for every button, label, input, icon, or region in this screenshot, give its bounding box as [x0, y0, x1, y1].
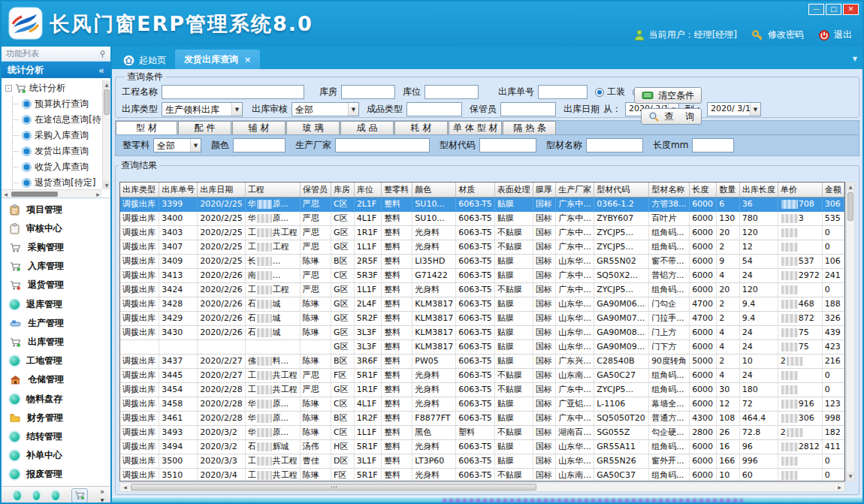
change-password-button[interactable]: 修改密码 — [751, 29, 804, 41]
table-row[interactable]: 调拨出库34452020/2/27工共工程严思F区5R1F整料光身料6063-T… — [120, 368, 844, 382]
statistics-module-button[interactable] — [71, 488, 88, 503]
tree-horizontal-scrollbar[interactable]: ◀ ▶ — [2, 189, 102, 198]
col-project[interactable]: 工程 — [245, 183, 300, 197]
audit-select[interactable]: 全部▼ — [292, 102, 359, 116]
sidebar-menu-item[interactable]: 仓储管理 — [2, 371, 110, 389]
table-row[interactable]: 调拨出库34092020/2/25长...陈琳B区2R5F整料LI35HD606… — [120, 254, 844, 268]
tab-list-dropdown-icon[interactable]: ▼ — [853, 56, 857, 62]
table-row[interactable]: 调拨出库34372020/2/27佛料...陈琳B区3R6F整料PW056063… — [120, 354, 844, 368]
sidebar-menu-item[interactable]: 结转管理 — [2, 427, 110, 445]
col-surface[interactable]: 表面处理 — [494, 183, 533, 197]
pin-icon[interactable] — [99, 50, 106, 59]
sidebar-menu-item[interactable]: 退货管理 — [2, 276, 110, 294]
table-row[interactable]: G区3L3F整料KLM38176063-T5贴膜国标山东华...GA90M09.… — [120, 340, 844, 354]
minimize-button[interactable]: — — [808, 4, 824, 15]
maximize-button[interactable]: □ — [826, 4, 841, 15]
sidebar-menu-item[interactable]: 报废管理 — [2, 466, 110, 484]
scroll-down-icon[interactable]: ▼ — [103, 181, 110, 189]
col-warehouse[interactable]: 库房 — [331, 183, 354, 197]
collapse-icon[interactable]: « — [98, 65, 104, 76]
col-film[interactable]: 膜厚 — [533, 183, 555, 197]
material-tab[interactable]: 型 材 — [116, 121, 177, 134]
table-row[interactable]: 调拨出库34132020/2/26南...严思C区5R3F整料G71422606… — [120, 268, 844, 282]
col-color[interactable]: 颜色 — [412, 183, 456, 197]
table-row[interactable]: 调拨出库34582020/2/28华原...陈琳C区4L1F整料光身料6063-… — [120, 397, 844, 411]
profile-name-input[interactable] — [586, 138, 643, 152]
tree-item[interactable]: 在途信息查询[待 — [2, 112, 110, 128]
col-out-date[interactable]: 出库日期 — [198, 183, 245, 197]
keeper-input[interactable] — [500, 102, 556, 116]
sidebar-menu-item[interactable]: 审核中心 — [2, 219, 110, 237]
table-row[interactable]: 调拨出库34932020/3/2华原...陈琳C区1L1F整料黑色塑料不贴膜国标… — [120, 425, 844, 439]
col-factory[interactable]: 生产厂家 — [556, 183, 594, 197]
scroll-right-icon[interactable]: ▶ — [94, 192, 102, 197]
tree-expander-icon[interactable]: - — [5, 85, 12, 92]
sidebar-menu-item[interactable]: 补单中心 — [2, 447, 110, 465]
col-name[interactable]: 型材名称 — [649, 183, 690, 197]
module-dot-icon[interactable] — [14, 491, 21, 500]
tab-shipment-outbound-query[interactable]: 发货出库查询 × — [175, 50, 260, 69]
date-to-picker[interactable]: 2020/ 3/16▼ — [707, 102, 761, 116]
profile-code-input[interactable] — [479, 138, 536, 152]
table-row[interactable]: 调拨出库34032020/2/25工共工程严思G区1R1F整料光身料6063-T… — [120, 225, 844, 240]
module-dot-icon[interactable] — [52, 491, 59, 500]
scroll-up-icon[interactable]: ▲ — [103, 80, 110, 89]
sidebar-overflow-button[interactable]: »▼ — [100, 488, 104, 503]
scroll-left-icon[interactable]: ◀ — [2, 192, 10, 197]
tree-item[interactable]: 收货入库查询 — [2, 159, 110, 175]
sidebar-menu-item[interactable]: 项目管理 — [2, 201, 110, 219]
radio-workwear[interactable] — [595, 88, 604, 97]
factory-input[interactable] — [335, 138, 430, 152]
col-out-type[interactable]: 出库类型 — [120, 183, 159, 197]
whole-part-select[interactable]: 全部▼ — [153, 138, 201, 152]
material-tab[interactable]: 隔 热 条 — [503, 121, 556, 134]
grid-vertical-scrollbar[interactable]: ▲ ▼ — [846, 182, 855, 481]
tab-home[interactable]: 起始页 — [114, 51, 175, 69]
color-input[interactable] — [233, 138, 285, 152]
material-tab[interactable]: 玻 璃 — [286, 121, 340, 134]
grid-horizontal-scrollbar[interactable]: ◀ ▶ — [119, 482, 845, 492]
scroll-up-icon[interactable]: ▲ — [847, 183, 854, 192]
sidebar-menu-item[interactable]: 退库管理 — [2, 295, 110, 313]
scroll-right-icon[interactable]: ▶ — [835, 484, 844, 490]
col-order-no[interactable]: 出库单号 — [159, 183, 198, 197]
sidebar-menu-item[interactable]: 财务管理 — [2, 409, 110, 427]
material-tab[interactable]: 辅 材 — [232, 121, 285, 134]
radio-workwear-label[interactable]: 工装 — [607, 86, 625, 98]
sidebar-menu-item[interactable]: 物料盘存 — [2, 390, 110, 408]
col-length[interactable]: 长度 — [690, 183, 717, 197]
col-keeper[interactable]: 保管员 — [300, 183, 331, 197]
table-row[interactable]: 调拨出库34292020/2/26石城陈琳G区5R2F整料KLM38176063… — [120, 311, 844, 325]
col-code[interactable]: 型材代码 — [594, 183, 649, 197]
scroll-down-icon[interactable]: ▼ — [847, 472, 854, 481]
sidebar-menu-item[interactable]: 生产管理 — [2, 314, 110, 332]
col-unit-price[interactable]: 单价 — [778, 183, 822, 197]
col-amount[interactable]: 金额 — [822, 183, 844, 197]
table-row[interactable]: 调拨出库35002020/3/3工共工程曹佳D区3L1F整料LT3P606063… — [120, 454, 844, 468]
tree-item[interactable]: 预算执行查询 — [2, 96, 110, 112]
module-dot-icon[interactable] — [33, 491, 41, 500]
sidebar-menu-item[interactable]: 工地管理 — [2, 352, 110, 370]
table-row[interactable]: 调拨出库34242020/2/26工工程严思G区1L1F整料光身料6063-T5… — [120, 282, 844, 297]
location-input[interactable] — [424, 85, 479, 99]
sidebar-menu-item[interactable]: 采购管理 — [2, 239, 110, 257]
project-name-input[interactable] — [162, 85, 304, 99]
col-whole-part[interactable]: 整零料 — [382, 183, 412, 197]
order-no-input[interactable] — [538, 85, 588, 99]
tree-root-statistics[interactable]: - 统计分析 — [2, 80, 110, 96]
tab-close-icon[interactable]: × — [244, 55, 251, 65]
table-row[interactable]: 调拨出库34302020/2/26石城陈琳G区3L3F整料KLM38176063… — [120, 325, 844, 340]
tree-item[interactable]: 采购入库查询 — [2, 128, 110, 143]
warehouse-input[interactable] — [341, 85, 395, 99]
scroll-left-icon[interactable]: ◀ — [120, 484, 130, 490]
length-input[interactable] — [692, 138, 734, 152]
table-row[interactable]: 调拨出库34282020/2/26石城陈琳G区2L4F整料KLM38176063… — [120, 297, 844, 311]
tree-vertical-scrollbar[interactable]: ▲ ▼ — [102, 80, 110, 189]
table-row[interactable]: 调拨出库34002020/2/25华原...严思C区4L1F整料SU10...6… — [120, 211, 844, 225]
out-type-select[interactable]: 生产领料出库▼ — [162, 102, 243, 116]
scroll-thumb[interactable] — [104, 89, 110, 115]
sidebar-menu-item[interactable]: 出库管理 — [2, 333, 110, 352]
table-row[interactable]: 调拨出库34942020/3/2石辉城汤伟H区5R1F整料光身料6063-T5贴… — [120, 439, 844, 454]
tree-item[interactable]: 发货出库查询 — [2, 143, 110, 159]
material-tab[interactable]: 成 品 — [340, 121, 394, 134]
